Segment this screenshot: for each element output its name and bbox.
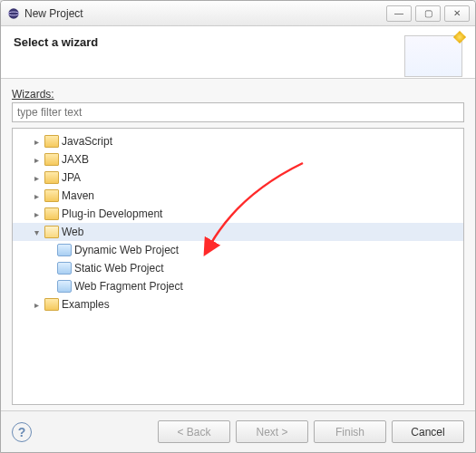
finish-button[interactable]: Finish: [314, 420, 386, 443]
folder-icon: [44, 135, 59, 148]
tree-item-label: Web: [62, 226, 83, 238]
new-project-dialog: New Project — ▢ ✕ Select a wizard Wizard…: [0, 0, 476, 453]
tree-item-wfp[interactable]: Web Fragment Project: [13, 277, 463, 295]
wizard-icon: [57, 280, 72, 293]
expand-icon[interactable]: ▸: [31, 137, 42, 147]
tree-item-label: JavaScript: [62, 135, 112, 148]
minimize-button[interactable]: —: [386, 5, 412, 22]
wizard-icon: [57, 244, 72, 256]
tree-item-label: Maven: [62, 189, 94, 202]
wizard-banner-icon: [404, 35, 462, 77]
tree-item-javascript[interactable]: ▸JavaScript: [13, 132, 463, 150]
window-title: New Project: [24, 7, 386, 20]
banner: Select a wizard: [1, 26, 475, 79]
tree-item-jpa[interactable]: ▸JPA: [13, 169, 463, 187]
tree-item-swp[interactable]: Static Web Project: [13, 259, 463, 277]
wizards-label: Wizards:: [12, 88, 464, 101]
window-buttons: — ▢ ✕: [386, 5, 470, 22]
wizard-icon: [57, 262, 72, 275]
folder-icon: [44, 153, 59, 166]
tree-item-examples[interactable]: ▸Examples: [13, 295, 463, 313]
back-button[interactable]: < Back: [158, 420, 230, 443]
titlebar: New Project — ▢ ✕: [1, 1, 475, 26]
collapse-icon[interactable]: ▾: [31, 227, 42, 237]
next-button[interactable]: Next >: [236, 420, 308, 443]
close-button[interactable]: ✕: [444, 5, 470, 22]
body: Wizards: ▸JavaScript▸JAXB▸JPA▸Maven▸Plug…: [1, 79, 475, 410]
help-button[interactable]: ?: [12, 422, 32, 442]
eclipse-icon: [6, 6, 21, 21]
tree-item-label: Dynamic Web Project: [74, 244, 179, 256]
footer: ? < Back Next > Finish Cancel: [1, 410, 475, 452]
tree-item-label: JPA: [62, 171, 81, 184]
svg-point-0: [8, 8, 18, 18]
maximize-button[interactable]: ▢: [415, 5, 441, 22]
wizard-tree[interactable]: ▸JavaScript▸JAXB▸JPA▸Maven▸Plug-in Devel…: [12, 128, 464, 405]
tree-item-dwp[interactable]: Dynamic Web Project: [13, 241, 463, 259]
folder-icon: [44, 171, 59, 184]
tree-item-jaxb[interactable]: ▸JAXB: [13, 150, 463, 169]
tree-item-label: Examples: [62, 298, 110, 311]
cancel-button[interactable]: Cancel: [392, 420, 464, 443]
folder-icon: [44, 207, 59, 220]
tree-item-label: JAXB: [62, 153, 89, 166]
tree-item-maven[interactable]: ▸Maven: [13, 187, 463, 205]
folder-open-icon: [44, 226, 59, 238]
expand-icon[interactable]: ▸: [31, 191, 42, 201]
folder-icon: [44, 298, 59, 311]
expand-icon[interactable]: ▸: [31, 155, 42, 165]
tree-item-plugin-dev[interactable]: ▸Plug-in Development: [13, 205, 463, 223]
tree-item-label: Plug-in Development: [62, 207, 162, 220]
expand-icon[interactable]: ▸: [31, 300, 42, 310]
folder-icon: [44, 189, 59, 202]
tree-item-label: Static Web Project: [74, 262, 163, 275]
page-heading: Select a wizard: [14, 35, 98, 49]
expand-icon[interactable]: ▸: [31, 173, 42, 183]
tree-item-label: Web Fragment Project: [74, 280, 183, 293]
filter-input[interactable]: [12, 102, 464, 122]
expand-icon[interactable]: ▸: [31, 209, 42, 219]
tree-item-web[interactable]: ▾Web: [13, 223, 463, 241]
